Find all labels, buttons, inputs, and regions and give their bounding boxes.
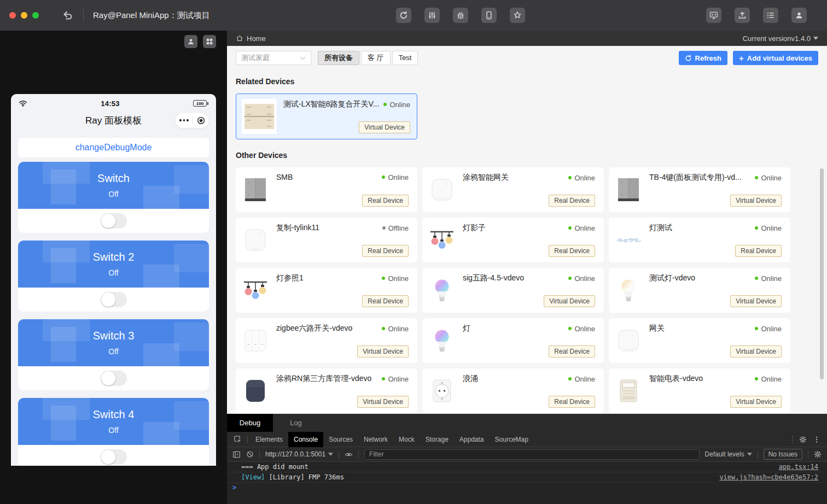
device-status: Online: [755, 224, 782, 232]
chevron-down-icon: [300, 56, 306, 60]
grid-tool-button[interactable]: [203, 35, 216, 48]
more-menu-button[interactable]: [179, 119, 189, 121]
device-card[interactable]: zigbee六路开关-vdevoOnlineVirtual Device: [236, 318, 417, 363]
plus-icon: +: [739, 54, 744, 62]
exit-miniapp-button[interactable]: [197, 116, 205, 125]
devtools-tab-elements[interactable]: Elements: [250, 432, 288, 447]
gateway-white-image: [242, 227, 269, 253]
switch-toggle[interactable]: [101, 292, 127, 307]
switch-toggle[interactable]: [101, 371, 127, 386]
device-card[interactable]: 测试灯-vdevoOnlineVirtual Device: [609, 268, 790, 313]
room-tab[interactable]: 所有设备: [318, 51, 359, 65]
switch-state: Off: [93, 426, 135, 435]
change-debug-mode-button[interactable]: changeDebugMode: [18, 138, 209, 157]
upload-tool-button[interactable]: [735, 8, 750, 23]
bug-tool-button[interactable]: [453, 8, 468, 23]
console-prompt-row[interactable]: >: [227, 483, 827, 493]
room-tab[interactable]: 客 厅: [361, 51, 391, 65]
devtools-settings-icon[interactable]: [799, 436, 807, 443]
inspect-element-icon[interactable]: [234, 435, 242, 443]
device-name: 灯测试: [649, 223, 755, 233]
close-window-button[interactable]: [9, 12, 16, 19]
add-button-label: Add virtual devices: [747, 54, 812, 62]
devtools-tab-console[interactable]: Console: [288, 432, 323, 447]
refresh-icon: [399, 11, 408, 20]
device-tool-button[interactable]: [481, 8, 497, 23]
devtools-tab-storage[interactable]: Storage: [420, 432, 454, 447]
devtools-tab-mock[interactable]: Mock: [393, 432, 420, 447]
switch-gray-image: [615, 177, 642, 203]
js-context-selector[interactable]: http://127.0.0.1:5001: [265, 450, 333, 458]
clear-console-icon[interactable]: [246, 450, 254, 458]
status-dot: [568, 226, 572, 230]
actions: Refresh + Add virtual devices: [679, 51, 818, 65]
device-card[interactable]: 复制-tylink11OfflineReal Device: [236, 218, 417, 262]
debugger-tab-debug[interactable]: Debug: [227, 414, 273, 432]
person-tool-button[interactable]: [184, 35, 197, 48]
device-card[interactable]: 智能电表-vdevoOnlineVirtual Device: [609, 368, 790, 413]
switch-state: Off: [93, 347, 135, 356]
version-selector[interactable]: Current versionv1.4.0: [743, 34, 818, 43]
device-card[interactable]: 灯OnlineReal Device: [422, 318, 604, 363]
add-virtual-devices-button[interactable]: + Add virtual devices: [733, 51, 818, 65]
home-icon: [236, 34, 243, 42]
wifi-icon: [19, 100, 27, 107]
breadcrumb[interactable]: Home: [247, 34, 266, 43]
other-devices-title: Other Devices: [236, 151, 818, 160]
switch-toggle[interactable]: [101, 449, 127, 465]
device-card[interactable]: sig五路-4.5-vdevoOnlineVirtual Device: [422, 268, 604, 313]
device-card[interactable]: SMBOnlineReal Device: [236, 167, 417, 212]
star-tool-button[interactable]: [510, 8, 525, 23]
more-options-icon[interactable]: [813, 436, 820, 443]
device-card[interactable]: 灯参照1OnlineReal Device: [236, 268, 417, 313]
console-settings-icon[interactable]: [814, 450, 822, 458]
device-card[interactable]: 浪涌OnlineReal Device: [422, 368, 604, 413]
account-tool-button[interactable]: [791, 8, 807, 23]
zoom-window-button[interactable]: [32, 12, 39, 19]
device-card[interactable]: 涂鸦RN第三方库管理-vdevoOnlineVirtual Device: [236, 368, 417, 413]
string-lights-image: [429, 227, 455, 253]
device-card[interactable]: 灯测试OnlineReal Device: [609, 218, 790, 262]
no-issues-button[interactable]: No Issues: [764, 449, 802, 460]
devtools-tab-appdata[interactable]: Appdata: [454, 432, 490, 447]
source-link[interactable]: app.tsx:14: [779, 462, 818, 472]
device-card[interactable]: TB-4键(面板测试专用)-vd...OnlineVirtual Device: [609, 167, 790, 212]
device-card[interactable]: 涂鸦智能网关OnlineReal Device: [422, 167, 604, 212]
refresh-button[interactable]: Refresh: [679, 51, 727, 65]
device-name: 灯: [463, 324, 568, 333]
devtools-tab-sources[interactable]: Sources: [323, 432, 358, 447]
back-icon[interactable]: [62, 9, 74, 21]
family-select[interactable]: 测试家庭: [236, 51, 311, 65]
devtools-tab-sourcemap[interactable]: SourceMap: [490, 432, 534, 447]
divider: [247, 435, 248, 443]
tune-tool-button[interactable]: [424, 8, 440, 23]
device-card[interactable]: 网关OnlineVirtual Device: [609, 318, 790, 363]
console-sidebar-icon[interactable]: [232, 450, 241, 459]
refresh-icon: [685, 55, 692, 62]
log-levels-select[interactable]: Default levels: [705, 450, 752, 458]
editor-tool-button[interactable]: [706, 8, 721, 23]
status-dot: [755, 277, 758, 280]
devices-page: 测试家庭 所有设备客 厅Test Refresh + Add virtual d…: [227, 46, 827, 414]
switch-toggle[interactable]: [101, 213, 127, 228]
list-tool-button[interactable]: [763, 8, 778, 23]
grid-icon: [206, 38, 213, 45]
room-tab[interactable]: Test: [392, 51, 418, 65]
device-card[interactable]: 测试-LX智能8路复合开关V...OnlineVirtual Device: [236, 93, 417, 139]
log-levels-label: Default levels: [705, 450, 744, 458]
live-expression-icon[interactable]: [345, 450, 353, 459]
tune-icon: [428, 11, 436, 20]
console-toolbar: http://127.0.0.1:5001 Default levels No …: [227, 447, 827, 462]
device-card[interactable]: 灯影子OnlineReal Device: [422, 218, 604, 262]
device-type-tag: Real Device: [549, 396, 595, 408]
refresh-tool-button[interactable]: [396, 8, 411, 23]
family-select-value: 测试家庭: [241, 53, 270, 63]
switch-list: SwitchOffSwitch 2OffSwitch 3OffSwitch 4O…: [18, 162, 209, 466]
device-type-tag: Virtual Device: [730, 396, 782, 408]
devtools-tab-network[interactable]: Network: [358, 432, 393, 447]
debugger-tab-log[interactable]: Log: [273, 414, 319, 432]
minimize-window-button[interactable]: [21, 12, 27, 19]
scrollbar-thumb[interactable]: [820, 168, 824, 379]
console-filter-input[interactable]: [364, 449, 700, 460]
source-link[interactable]: view.js?hash=cbe4e63e57:2: [719, 472, 818, 482]
